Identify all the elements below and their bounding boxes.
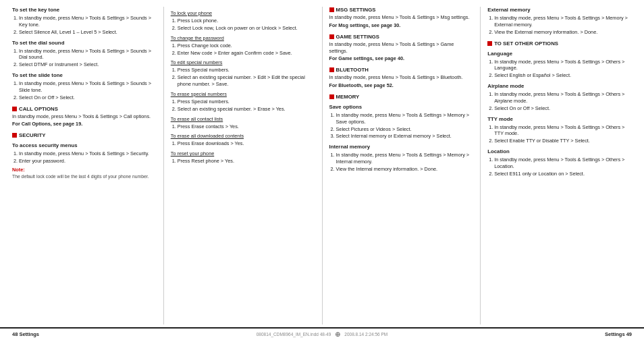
- list-item: Select English or Español > Select.: [494, 72, 632, 79]
- erase-special-list: Press Special numbers. Select an existin…: [171, 98, 315, 113]
- call-options-section-heading: CALL OPTIONS: [12, 106, 157, 112]
- slide-tone-list: In standby mode, press Menu > Tools & Se…: [12, 80, 157, 101]
- game-body: In standby mode, press Menu > Tools & Se…: [329, 41, 474, 55]
- bluetooth-body: In standby mode, press Menu > Tools & Se…: [329, 74, 474, 81]
- list-item: In standby mode, press Menu > Tools & Se…: [336, 112, 474, 125]
- list-item: Select On or Off > Select.: [19, 94, 157, 101]
- column-3: MSG SETTINGS In standby mode, press Menu…: [323, 7, 481, 324]
- key-tone-list: In standby mode, press Menu > Tools & Se…: [12, 15, 157, 36]
- memory-title: MEMORY: [336, 94, 360, 100]
- list-item: Press Change lock code.: [178, 42, 315, 49]
- list-item: In standby mode, press Menu > Tools & Se…: [19, 48, 157, 61]
- key-tone-heading: To set the key tone: [12, 7, 157, 13]
- column-1: To set the key tone In standby mode, pre…: [12, 7, 164, 324]
- list-item: Press Special numbers.: [178, 67, 315, 74]
- list-item: Press Lock phone.: [178, 18, 315, 24]
- list-item: Select DTMF or Instrument > Select.: [19, 61, 157, 68]
- column-2: To lock your phone Press Lock phone. Sel…: [164, 7, 323, 324]
- msg-title: MSG SETTINGS: [336, 7, 376, 13]
- save-options-list: In standby mode, press Menu > Tools & Se…: [329, 112, 474, 140]
- tty-mode-list: In standby mode, press Menu > Tools & Se…: [487, 124, 632, 145]
- erase-contacts-heading: To erase all contact lists: [171, 116, 315, 122]
- main-content: To set the key tone In standby mode, pre…: [0, 0, 644, 327]
- msg-ref: For Msg settings, see page 30.: [329, 22, 474, 29]
- list-item: Select Lock now, Lock on power on or Unl…: [178, 25, 315, 32]
- date-info: 2008.8.14 2:24:56 PM: [344, 332, 387, 337]
- list-item: Press Erase contacts > Yes.: [178, 123, 315, 130]
- note-text: The default lock code will be the last 4…: [12, 173, 157, 179]
- reset-phone-list: Press Reset phone > Yes.: [171, 158, 315, 165]
- list-item: In standby mode, press Menu > Tools & Se…: [19, 80, 157, 94]
- list-item: In standby mode, press Menu > Tools & Se…: [494, 124, 632, 138]
- dial-sound-heading: To set the dial sound: [12, 40, 157, 46]
- security-section-heading: SECURITY: [12, 132, 157, 138]
- other-options-section-heading: TO SET OTHER OPTIONS: [487, 40, 632, 47]
- change-password-list: Press Change lock code. Enter New code >…: [171, 42, 315, 57]
- list-item: View the External memory information. > …: [494, 29, 632, 36]
- game-title: GAME SETTINGS: [336, 34, 380, 40]
- tty-mode-heading: TTY mode: [487, 116, 632, 122]
- external-memory-list: In standby mode, press Menu > Tools & Se…: [487, 15, 632, 36]
- language-heading: Language: [487, 51, 632, 57]
- call-options-title: CALL OPTIONS: [19, 106, 58, 112]
- list-item: Select an existing special number. > Era…: [178, 106, 315, 113]
- erase-special-heading: To erase special numbers: [171, 91, 315, 97]
- airplane-mode-list: In standby mode, press Menu > Tools & Se…: [487, 91, 632, 112]
- internal-memory-list: In standby mode, press Menu > Tools & Se…: [329, 152, 474, 173]
- page-footer: 48 Settings 080814_CDM8964_IM_EN.indd 48…: [0, 327, 644, 340]
- game-ref: For Game settings, see page 40.: [329, 55, 474, 62]
- list-item: Press Erase downloads > Yes.: [178, 140, 315, 147]
- red-square-icon: [12, 133, 17, 138]
- list-item: In standby mode, press Menu > Tools & Se…: [494, 15, 632, 28]
- column-4: External memory In standby mode, press M…: [481, 7, 632, 324]
- call-options-ref: For Call Options, see page 19.: [12, 121, 157, 128]
- list-item: Select On or Off > Select.: [494, 105, 632, 112]
- msg-section-heading: MSG SETTINGS: [329, 7, 474, 13]
- erase-downloads-heading: To erase all downloaded contents: [171, 133, 315, 139]
- list-item: Select Internal memory or External memor…: [336, 133, 474, 140]
- footer-left-page: 48 Settings: [12, 331, 39, 337]
- game-section-heading: GAME SETTINGS: [329, 34, 474, 40]
- red-square-icon: [487, 41, 492, 46]
- external-memory-heading: External memory: [487, 7, 632, 13]
- list-item: In standby mode, press Menu > Tools & Se…: [19, 15, 157, 28]
- list-item: Select Silence All, Level 1 – Level 5 > …: [19, 29, 157, 36]
- file-info: 080814_CDM8964_IM_EN.indd 48-49: [257, 332, 331, 337]
- bluetooth-ref: For Bluetooth, see page 52.: [329, 82, 474, 89]
- change-password-heading: To change the password: [171, 35, 315, 41]
- dial-sound-list: In standby mode, press Menu > Tools & Se…: [12, 48, 157, 69]
- security-title: SECURITY: [19, 132, 45, 138]
- list-item: Press Special numbers.: [178, 98, 315, 105]
- other-options-title: TO SET OTHER OPTIONS: [494, 40, 558, 47]
- memory-section-heading: MEMORY: [329, 94, 474, 100]
- page-container: To set the key tone In standby mode, pre…: [0, 0, 644, 340]
- list-item: Enter New code > Enter again Confirm cod…: [178, 50, 315, 57]
- language-list: In standby mode, press Menu > Tools & Se…: [487, 59, 632, 80]
- erase-contacts-list: Press Erase contacts > Yes.: [171, 123, 315, 130]
- red-square-icon: [12, 107, 17, 111]
- list-item: View the Internal memory information. > …: [336, 166, 474, 173]
- internal-memory-heading: Internal memory: [329, 144, 474, 150]
- security-list: In standby mode, press Menu > Tools & Se…: [12, 150, 157, 165]
- bluetooth-section-heading: BLUETOOTH: [329, 67, 474, 73]
- location-list: In standby mode, press Menu > Tools & Se…: [487, 157, 632, 177]
- bluetooth-title: BLUETOOTH: [336, 67, 369, 73]
- list-item: Select E911 only or Location on > Select…: [494, 171, 632, 177]
- red-square-icon: [329, 67, 334, 72]
- list-item: Press Reset phone > Yes.: [178, 158, 315, 165]
- list-item: In standby mode, press Menu > Tools & Se…: [19, 150, 157, 157]
- security-sub: To access security menus: [12, 142, 157, 148]
- edit-special-heading: To edit special numbers: [171, 59, 315, 65]
- red-square-icon: [329, 94, 334, 99]
- list-item: Select Pictures or Videos > Select.: [336, 126, 474, 133]
- list-item: Enter your password.: [19, 158, 157, 165]
- airplane-mode-heading: Airplane mode: [487, 83, 632, 89]
- edit-special-list: Press Special numbers. Select an existin…: [171, 67, 315, 88]
- footer-center: 080814_CDM8964_IM_EN.indd 48-49 ⊕ 2008.8…: [257, 331, 388, 338]
- lock-phone-list: Press Lock phone. Select Lock now, Lock …: [171, 18, 315, 32]
- crosshair-icon: ⊕: [335, 331, 340, 338]
- note-label: Note:: [12, 167, 157, 173]
- list-item: In standby mode, press Menu > Tools & Se…: [494, 157, 632, 170]
- footer-right-page: Settings 49: [605, 331, 632, 337]
- red-square-icon: [329, 34, 334, 39]
